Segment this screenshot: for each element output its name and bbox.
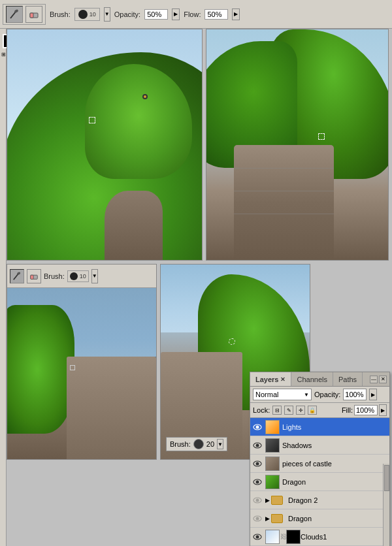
flow-label: Flow: bbox=[184, 10, 201, 18]
layer-visibility-toggle[interactable] bbox=[252, 440, 263, 451]
svg-point-21 bbox=[256, 535, 259, 538]
svg-point-17 bbox=[256, 498, 259, 502]
group-expand-icon[interactable]: ▶ bbox=[265, 496, 286, 505]
layer-row[interactable]: Shadows bbox=[250, 436, 389, 455]
opacity-value[interactable]: 100% bbox=[343, 389, 367, 400]
mini-brush-label: Brush: bbox=[44, 272, 65, 280]
layer-thumbnail bbox=[265, 438, 280, 453]
cursor-crosshair bbox=[89, 117, 95, 123]
lock-paint-icon[interactable]: ✎ bbox=[284, 406, 293, 415]
opacity-label: Opacity: bbox=[114, 10, 140, 18]
layer-row[interactable]: ▶ Dragon bbox=[250, 509, 389, 528]
mini-brush-box: 10 bbox=[67, 270, 89, 282]
stone-line1 bbox=[234, 168, 334, 169]
brush-tool-btn[interactable] bbox=[6, 6, 23, 23]
lock-move-icon[interactable]: ✛ bbox=[296, 406, 305, 415]
layer-visibility-toggle[interactable] bbox=[252, 531, 263, 543]
image-panel-top-right[interactable] bbox=[206, 29, 389, 261]
minimize-btn[interactable]: — bbox=[370, 376, 378, 383]
layer-mask-thumbnail[interactable] bbox=[286, 530, 301, 544]
flow-value-box: 50% bbox=[204, 9, 228, 20]
layer-name-dragon2: Dragon 2 bbox=[288, 496, 388, 504]
tab-channels[interactable]: Channels bbox=[291, 372, 333, 386]
mini-dropdown-btn[interactable]: ▼ bbox=[91, 269, 98, 283]
iguana-eye bbox=[142, 94, 148, 99]
dragon-arm bbox=[7, 305, 74, 434]
brush-indicator-preview bbox=[193, 439, 204, 449]
brush-indicator-box: Brush: 20 ▼ bbox=[166, 437, 227, 451]
blend-mode-select[interactable]: Normal ▼ bbox=[253, 389, 312, 400]
layer-visibility-toggle[interactable] bbox=[252, 421, 263, 433]
left-panel bbox=[0, 29, 7, 546]
svg-point-15 bbox=[256, 480, 259, 483]
opacity-value: 50% bbox=[147, 10, 161, 18]
close-btn[interactable]: ✕ bbox=[379, 376, 387, 383]
layer-row[interactable]: Lights bbox=[250, 418, 389, 436]
castle-wall-bot-left bbox=[67, 357, 156, 459]
opacity-label: Opacity: bbox=[314, 391, 340, 398]
layers-panel: Layers ✕ Channels Paths — ✕ Normal ▼ Opa… bbox=[250, 372, 390, 546]
scrollbar-thumb[interactable] bbox=[384, 465, 389, 491]
svg-rect-3 bbox=[30, 13, 33, 18]
dragon-canvas-top-left bbox=[7, 29, 202, 260]
group-expand-icon-2[interactable]: ▶ bbox=[265, 514, 286, 523]
layers-tab-x[interactable]: ✕ bbox=[280, 376, 286, 383]
layers-scrollbar[interactable] bbox=[383, 464, 389, 546]
image-canvas-bot-left[interactable] bbox=[7, 288, 156, 459]
svg-point-13 bbox=[256, 462, 259, 465]
opacity-layer-arrow[interactable]: ▶ bbox=[369, 389, 377, 400]
mini-brush-btn[interactable] bbox=[10, 269, 24, 283]
brush-indicator-dropdown[interactable]: ▼ bbox=[217, 439, 223, 449]
layer-name-castle-pieces: pieces of castle bbox=[282, 460, 388, 468]
canvas-area: Brush: 10 ▼ bbox=[7, 29, 392, 546]
cursor-crosshair-2 bbox=[318, 133, 325, 140]
stone-line2 bbox=[234, 191, 334, 191]
default-colors-icon[interactable]: ⊞ bbox=[1, 52, 6, 57]
layers-tab-bar: Layers ✕ Channels Paths — ✕ bbox=[250, 372, 389, 387]
svg-point-9 bbox=[256, 425, 259, 428]
layer-name-dragon-group: Dragon bbox=[288, 515, 388, 522]
blend-mode-arrow: ▼ bbox=[304, 392, 309, 398]
lock-all-icon[interactable]: 🔒 bbox=[308, 406, 317, 415]
layer-visibility-toggle[interactable] bbox=[252, 494, 263, 506]
layer-visibility-toggle[interactable] bbox=[252, 476, 263, 488]
brush-indicator-size: 20 bbox=[206, 440, 214, 448]
cursor-box-bot-left bbox=[70, 365, 75, 370]
layer-visibility-toggle[interactable] bbox=[252, 513, 263, 524]
svg-line-0 bbox=[10, 12, 16, 18]
mask-chain-icon: ⛓ bbox=[282, 530, 285, 544]
mini-toolbar: Brush: 10 ▼ bbox=[7, 265, 156, 288]
brush-preview-icon bbox=[78, 10, 88, 19]
flow-arrow-btn[interactable]: ▶ bbox=[232, 8, 240, 20]
layer-controls-row: Normal ▼ Opacity: 100% ▶ bbox=[250, 387, 389, 403]
brush-dropdown-btn[interactable]: ▼ bbox=[104, 7, 110, 22]
bottom-left-panel: Brush: 10 ▼ bbox=[7, 264, 157, 460]
tab-paths[interactable]: Paths bbox=[333, 372, 363, 386]
layer-row[interactable]: ⛓ Clouds1 bbox=[250, 528, 389, 546]
layer-name-shadows: Shadows bbox=[282, 442, 388, 449]
layer-thumbnail bbox=[265, 457, 280, 471]
mini-eraser-btn[interactable] bbox=[27, 269, 41, 283]
svg-rect-7 bbox=[31, 275, 33, 279]
layer-row[interactable]: ▶ Dragon 2 bbox=[250, 491, 389, 509]
layer-row[interactable]: Dragon bbox=[250, 473, 389, 491]
folder-icon-2 bbox=[271, 514, 283, 523]
layer-visibility-toggle[interactable] bbox=[252, 458, 263, 470]
image-panel-top-left[interactable] bbox=[7, 29, 203, 261]
lock-transparent-icon[interactable]: ⊟ bbox=[272, 406, 282, 415]
fill-value[interactable]: 100% bbox=[354, 405, 378, 415]
layer-lock-bar: Lock: ⊟ ✎ ✛ 🔒 Fill: 100% ▶ bbox=[250, 403, 389, 418]
stone-line3 bbox=[234, 214, 334, 214]
layer-row[interactable]: pieces of castle bbox=[250, 455, 389, 473]
mini-brush-preview bbox=[70, 272, 78, 280]
fill-arrow[interactable]: ▶ bbox=[379, 404, 387, 416]
layer-thumbnail bbox=[265, 475, 280, 489]
layer-thumbnail bbox=[265, 420, 280, 434]
castle-wall-top-right bbox=[234, 145, 334, 261]
panel-close-area: — ✕ bbox=[370, 376, 389, 383]
tab-layers[interactable]: Layers ✕ bbox=[250, 372, 291, 386]
castle-tower bbox=[105, 191, 163, 260]
svg-point-19 bbox=[256, 517, 259, 520]
opacity-arrow-btn[interactable]: ▶ bbox=[172, 8, 180, 20]
eraser-tool-btn[interactable] bbox=[25, 6, 42, 23]
